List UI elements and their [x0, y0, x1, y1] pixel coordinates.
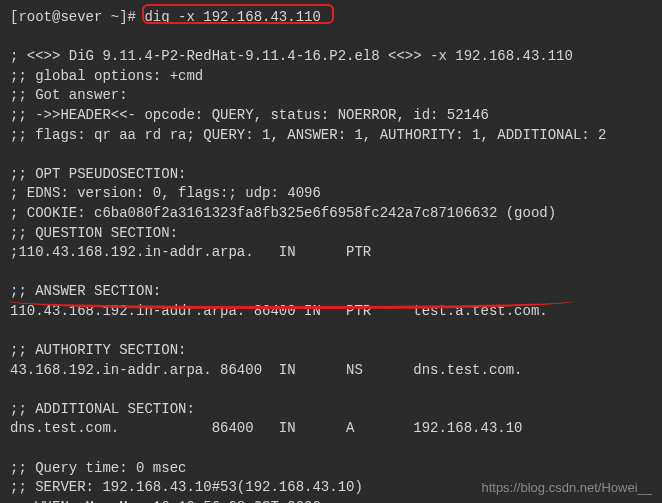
- shell-prompt: [root@sever ~]#: [10, 9, 144, 25]
- query-time-line: ;; Query time: 0 msec: [10, 459, 652, 479]
- blank-line: [10, 145, 652, 165]
- authority-record: 43.168.192.in-addr.arpa. 86400 IN NS dns…: [10, 361, 652, 381]
- opt-section-header: ;; OPT PSEUDOSECTION:: [10, 165, 652, 185]
- flags-line: ;; flags: qr aa rd ra; QUERY: 1, ANSWER:…: [10, 126, 652, 146]
- question-section-header: ;; QUESTION SECTION:: [10, 224, 652, 244]
- question-record: ;110.43.168.192.in-addr.arpa. IN PTR: [10, 243, 652, 263]
- authority-section-header: ;; AUTHORITY SECTION:: [10, 341, 652, 361]
- dig-command: dig -x 192.168.43.110: [144, 9, 320, 25]
- global-options-line: ;; global options: +cmd: [10, 67, 652, 87]
- when-line: ;; WHEN: Mon Mar 16 19:56:08 CST 2020: [10, 498, 652, 503]
- got-answer-line: ;; Got answer:: [10, 86, 652, 106]
- answer-section-header: ;; ANSWER SECTION:: [10, 282, 652, 302]
- prompt-line: [root@sever ~]# dig -x 192.168.43.110: [10, 8, 652, 28]
- dig-version-line: ; <<>> DiG 9.11.4-P2-RedHat-9.11.4-16.P2…: [10, 47, 652, 67]
- additional-section-header: ;; ADDITIONAL SECTION:: [10, 400, 652, 420]
- watermark: https://blog.csdn.net/Howei__: [481, 479, 652, 497]
- blank-line: [10, 263, 652, 283]
- blank-line: [10, 380, 652, 400]
- answer-record: 110.43.168.192.in-addr.arpa. 86400 IN PT…: [10, 302, 652, 322]
- blank-line: [10, 28, 652, 48]
- blank-line: [10, 439, 652, 459]
- additional-record: dns.test.com. 86400 IN A 192.168.43.10: [10, 419, 652, 439]
- header-status-line: ;; ->>HEADER<<- opcode: QUERY, status: N…: [10, 106, 652, 126]
- blank-line: [10, 322, 652, 342]
- cookie-line: ; COOKIE: c6ba080f2a3161323fa8fb325e6f69…: [10, 204, 652, 224]
- edns-line: ; EDNS: version: 0, flags:; udp: 4096: [10, 184, 652, 204]
